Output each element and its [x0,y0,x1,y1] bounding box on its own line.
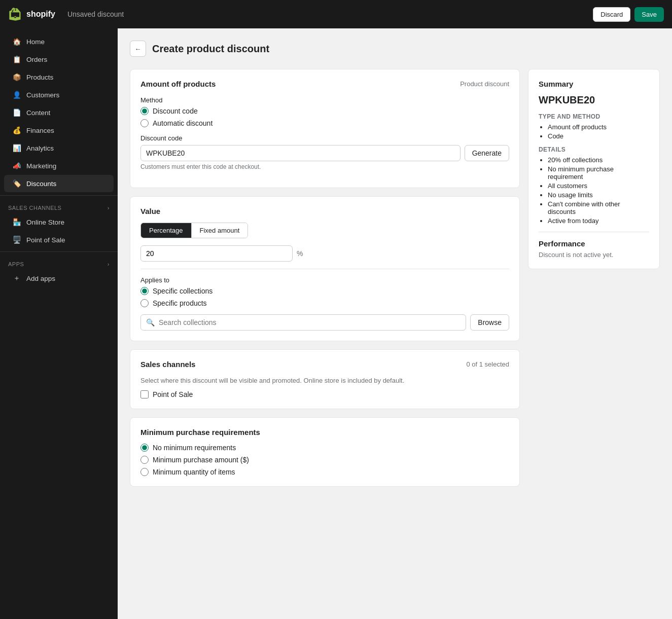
sidebar-item-marketing[interactable]: 📣 Marketing [4,157,114,174]
detail-item-1: No minimum purchase requirement [548,165,649,180]
no-min-option[interactable]: No minimum requirements [140,444,509,452]
specific-products-radio[interactable] [140,299,149,307]
no-min-radio[interactable] [140,444,149,452]
sidebar-item-online-store-label: Online Store [26,219,64,226]
amount-off-card: Amount off products Product discount Met… [130,69,520,188]
percentage-toggle[interactable]: Percentage [141,223,191,238]
sidebar-item-add-apps[interactable]: ＋ Add apps [4,270,114,287]
sidebar-item-analytics[interactable]: 📊 Analytics [4,139,114,157]
search-input-wrap[interactable]: 🔍 [140,314,466,331]
content-grid: Amount off products Product discount Met… [130,69,660,487]
min-qty-radio[interactable] [140,468,149,476]
search-icon: 🔍 [146,318,155,326]
topnav-left: shopify Unsaved discount [8,7,124,21]
fixed-amount-toggle[interactable]: Fixed amount [191,223,248,238]
sales-channels-count: 0 of 1 selected [466,360,509,368]
apps-chevron-icon: › [108,261,110,267]
sidebar-item-products-label: Products [26,74,53,81]
sidebar-item-online-store[interactable]: 🏪 Online Store [4,213,114,231]
pos-checkbox-option[interactable]: Point of Sale [140,390,509,398]
page-header: ← Create product discount [130,41,660,57]
sales-channels-section: Sales channels › [0,199,118,213]
sidebar-item-content[interactable]: 📄 Content [4,104,114,121]
applies-to-radio-group: Specific collections Specific products [140,287,509,307]
topnav-actions: Discard Save [593,7,664,22]
summary-type-section: Type and method Amount off products Code [539,113,649,140]
specific-collections-option[interactable]: Specific collections [140,287,509,295]
discounts-icon: 🏷️ [12,179,21,188]
min-amount-option[interactable]: Minimum purchase amount ($) [140,456,509,464]
summary-details-section: Details 20% off collections No minimum p… [539,146,649,225]
sidebar-item-home[interactable]: 🏠 Home [4,33,114,50]
sales-channels-label: Sales channels [8,205,61,211]
min-amount-radio[interactable] [140,456,149,464]
sidebar-item-finances[interactable]: 💰 Finances [4,122,114,139]
discount-code-input-row: Generate [140,145,509,161]
automatic-discount-radio[interactable] [140,119,149,127]
marketing-icon: 📣 [12,161,21,170]
content-icon: 📄 [12,108,21,117]
sidebar-item-orders[interactable]: 📋 Orders [4,51,114,68]
summary-title: Summary [539,80,649,88]
value-input[interactable] [140,245,293,262]
specific-collections-radio[interactable] [140,287,149,295]
sidebar-item-analytics-label: Analytics [26,144,54,152]
plus-icon: ＋ [12,274,21,283]
summary-divider [539,232,649,232]
generate-button[interactable]: Generate [465,145,509,161]
automatic-discount-label: Automatic discount [153,119,213,127]
applies-to-label: Applies to [140,276,509,284]
discount-code-radio[interactable] [140,107,149,115]
type-item-1: Code [548,132,649,140]
back-arrow-icon: ← [134,45,141,53]
sidebar-item-customers-label: Customers [26,91,59,99]
summary-card: Summary WPKUBE20 Type and method Amount … [528,69,660,269]
discount-code-input[interactable] [140,145,461,161]
discount-code-group: Discount code Generate Customers must en… [140,134,509,170]
sidebar-item-products[interactable]: 📦 Products [4,68,114,86]
discount-code-option[interactable]: Discount code [140,107,509,115]
min-qty-option[interactable]: Minimum quantity of items [140,468,509,476]
apps-label: Apps [8,261,24,267]
sidebar-item-marketing-label: Marketing [26,162,56,170]
save-button[interactable]: Save [634,7,664,22]
detail-item-5: Active from today [548,217,649,225]
search-collections-input[interactable] [159,318,461,326]
pos-label: Point of Sale [153,390,193,398]
value-input-row: % [140,245,509,262]
sidebar-item-discounts[interactable]: 🏷️ Discounts [4,175,114,192]
home-icon: 🏠 [12,37,21,46]
specific-products-option[interactable]: Specific products [140,299,509,307]
no-min-label: No minimum requirements [153,444,236,452]
sidebar-item-add-apps-label: Add apps [26,275,55,282]
sidebar-item-discounts-label: Discounts [26,180,56,188]
sidebar-item-pos-label: Point of Sale [26,236,65,244]
content-main: Amount off products Product discount Met… [130,69,520,487]
sidebar-item-point-of-sale[interactable]: 🖥️ Point of Sale [4,231,114,248]
shopify-logo: shopify [8,7,55,21]
specific-collections-label: Specific collections [153,287,213,295]
back-button[interactable]: ← [130,41,146,57]
min-amount-label: Minimum purchase amount ($) [153,456,249,464]
browse-button[interactable]: Browse [470,314,509,331]
detail-item-3: No usage limits [548,191,649,199]
products-icon: 📦 [12,72,21,82]
sidebar-item-content-label: Content [26,109,50,117]
search-collections-row: 🔍 Browse [140,314,509,331]
type-items-list: Amount off products Code [539,123,649,140]
detail-item-4: Can't combine with other discounts [548,200,649,215]
sidebar-item-customers[interactable]: 👤 Customers [4,86,114,103]
min-purchase-title: Minimum purchase requirements [140,428,509,436]
apps-section: Apps › [0,255,118,269]
min-purchase-card: Minimum purchase requirements No minimum… [130,417,520,487]
pos-checkbox[interactable] [140,390,149,398]
top-navigation: shopify Unsaved discount Discard Save [0,0,672,28]
discard-button[interactable]: Discard [593,7,630,22]
value-suffix: % [297,249,303,258]
sales-channels-header: Sales channels 0 of 1 selected [140,360,509,369]
performance-title: Performance [539,239,649,248]
sales-channels-card: Sales channels 0 of 1 selected Select wh… [130,349,520,409]
automatic-discount-option[interactable]: Automatic discount [140,119,509,127]
sidebar-item-orders-label: Orders [26,56,47,63]
section-divider [140,269,509,269]
